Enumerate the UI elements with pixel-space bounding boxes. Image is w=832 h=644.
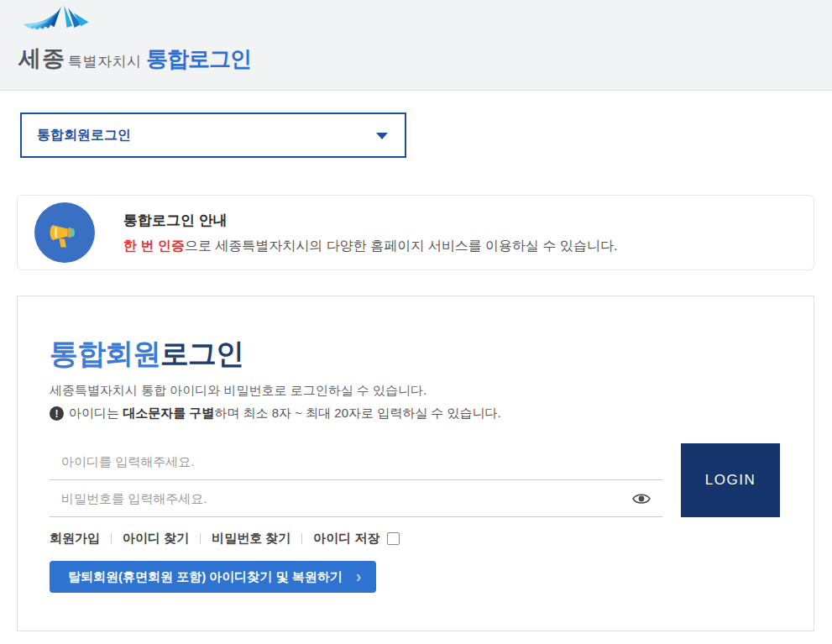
save-id-label: 아이디 저장 bbox=[313, 531, 379, 547]
id-field-row bbox=[50, 443, 662, 480]
withdrawn-member-button-label: 탈퇴회원(휴면회원 포함) 아이디찾기 및 복원하기 bbox=[68, 569, 343, 585]
login-panel: 통합회원로그인 세종특별자치시 통합 아이디와 비밀번호로 로그인하실 수 있습… bbox=[17, 296, 814, 631]
show-password-button[interactable] bbox=[631, 490, 652, 507]
login-button[interactable]: LOGIN bbox=[681, 443, 780, 517]
chevron-down-icon bbox=[376, 133, 388, 139]
account-links-row: 회원가입 아이디 찾기 비밀번호 찾기 아이디 저장 bbox=[50, 531, 780, 547]
eye-icon bbox=[631, 492, 651, 505]
login-type-select-value: 통합회원로그인 bbox=[37, 127, 131, 144]
login-panel-title-rest: 로그인 bbox=[160, 338, 243, 369]
id-rule-text: 아이디는 대소문자를 구별하며 최소 8자 ~ 최대 20자로 입력하실 수 있… bbox=[69, 406, 501, 421]
notice-highlight: 한 번 인증 bbox=[123, 238, 185, 253]
logo-city-name: 세종 bbox=[18, 44, 65, 74]
login-form: LOGIN bbox=[50, 443, 780, 517]
sejong-logo[interactable]: 세종 특별자치시 bbox=[18, 44, 142, 74]
logo-city-suffix: 특별자치시 bbox=[68, 52, 142, 71]
id-input[interactable] bbox=[50, 443, 662, 479]
signup-link[interactable]: 회원가입 bbox=[50, 531, 100, 547]
notice-title: 통합로그인 안내 bbox=[123, 211, 617, 230]
link-separator bbox=[200, 533, 201, 544]
exclamation-icon: ! bbox=[50, 406, 64, 421]
password-field-row bbox=[50, 480, 662, 517]
withdrawn-member-find-id-button[interactable]: 탈퇴회원(휴면회원 포함) 아이디찾기 및 복원하기 › bbox=[50, 561, 376, 593]
login-type-select[interactable]: 통합회원로그인 bbox=[20, 113, 406, 158]
find-id-link[interactable]: 아이디 찾기 bbox=[123, 531, 189, 547]
header: 세종 특별자치시 통합로그인 bbox=[0, 0, 832, 91]
login-panel-title: 통합회원로그인 bbox=[50, 338, 780, 369]
chevron-right-icon: › bbox=[356, 568, 362, 584]
login-panel-title-accent: 통합회원 bbox=[50, 338, 160, 369]
notice-texts: 통합로그인 안내 한 번 인증으로 세종특별자치시의 다양한 홈페이지 서비스를… bbox=[123, 211, 617, 255]
notice-text: 으로 세종특별자치시의 다양한 홈페이지 서비스를 이용하실 수 있습니다. bbox=[185, 238, 618, 253]
save-id-checkbox[interactable] bbox=[387, 532, 400, 545]
find-password-link[interactable]: 비밀번호 찾기 bbox=[212, 531, 290, 547]
id-rule-notice: ! 아이디는 대소문자를 구별하며 최소 8자 ~ 최대 20자로 입력하실 수… bbox=[50, 406, 780, 421]
login-notice-box: 통합로그인 안내 한 번 인증으로 세종특별자치시의 다양한 홈페이지 서비스를… bbox=[17, 195, 814, 270]
link-separator bbox=[301, 533, 302, 544]
link-separator bbox=[111, 533, 112, 544]
login-inputs bbox=[50, 443, 662, 517]
login-panel-subtitle: 세종특별자치시 통합 아이디와 비밀번호로 로그인하실 수 있습니다. bbox=[50, 383, 780, 399]
password-input[interactable] bbox=[50, 480, 662, 516]
notice-line: 한 번 인증으로 세종특별자치시의 다양한 홈페이지 서비스를 이용하실 수 있… bbox=[123, 238, 617, 255]
save-id-wrap: 아이디 저장 bbox=[313, 531, 399, 547]
page-title: 통합로그인 bbox=[146, 45, 251, 74]
megaphone-icon bbox=[34, 202, 95, 263]
